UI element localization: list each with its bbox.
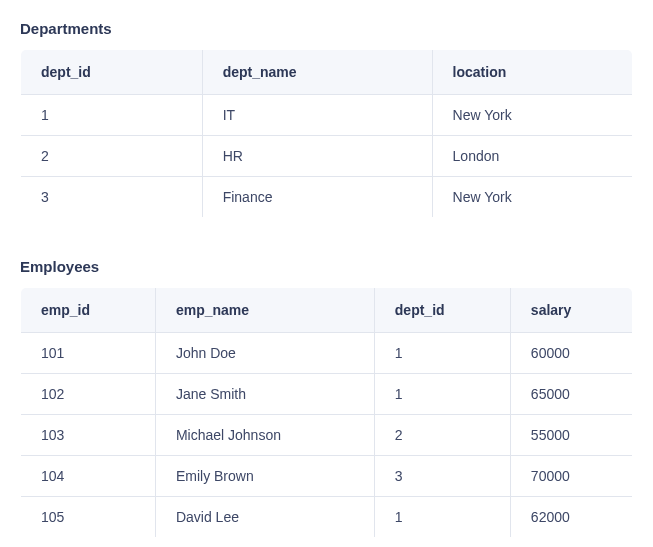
cell-dept-id: 1: [374, 333, 510, 374]
cell-dept-id: 3: [21, 177, 203, 218]
table-row: 3 Finance New York: [21, 177, 633, 218]
cell-dept-id: 2: [21, 136, 203, 177]
cell-emp-id: 104: [21, 456, 156, 497]
cell-dept-name: Finance: [202, 177, 432, 218]
column-header: dept_id: [21, 50, 203, 95]
cell-emp-id: 102: [21, 374, 156, 415]
table-header-row: dept_id dept_name location: [21, 50, 633, 95]
column-header: salary: [510, 288, 632, 333]
table-row: 2 HR London: [21, 136, 633, 177]
cell-dept-id: 1: [374, 497, 510, 538]
cell-salary: 55000: [510, 415, 632, 456]
column-header: dept_name: [202, 50, 432, 95]
cell-dept-id: 2: [374, 415, 510, 456]
table-row: 103 Michael Johnson 2 55000: [21, 415, 633, 456]
employees-section: Employees emp_id emp_name dept_id salary…: [20, 258, 633, 538]
table-row: 1 IT New York: [21, 95, 633, 136]
cell-salary: 65000: [510, 374, 632, 415]
table-row: 105 David Lee 1 62000: [21, 497, 633, 538]
column-header: dept_id: [374, 288, 510, 333]
departments-title: Departments: [20, 20, 633, 37]
cell-emp-name: David Lee: [155, 497, 374, 538]
employees-table: emp_id emp_name dept_id salary 101 John …: [20, 287, 633, 538]
departments-table: dept_id dept_name location 1 IT New York…: [20, 49, 633, 218]
column-header: emp_name: [155, 288, 374, 333]
cell-emp-name: Michael Johnson: [155, 415, 374, 456]
departments-section: Departments dept_id dept_name location 1…: [20, 20, 633, 218]
cell-salary: 62000: [510, 497, 632, 538]
cell-emp-id: 103: [21, 415, 156, 456]
cell-emp-id: 105: [21, 497, 156, 538]
cell-dept-name: IT: [202, 95, 432, 136]
cell-dept-name: HR: [202, 136, 432, 177]
cell-emp-name: Emily Brown: [155, 456, 374, 497]
cell-salary: 70000: [510, 456, 632, 497]
cell-emp-id: 101: [21, 333, 156, 374]
cell-location: New York: [432, 95, 632, 136]
cell-emp-name: John Doe: [155, 333, 374, 374]
cell-location: London: [432, 136, 632, 177]
employees-title: Employees: [20, 258, 633, 275]
cell-dept-id: 3: [374, 456, 510, 497]
column-header: location: [432, 50, 632, 95]
cell-dept-id: 1: [374, 374, 510, 415]
table-header-row: emp_id emp_name dept_id salary: [21, 288, 633, 333]
table-row: 104 Emily Brown 3 70000: [21, 456, 633, 497]
cell-location: New York: [432, 177, 632, 218]
cell-dept-id: 1: [21, 95, 203, 136]
cell-emp-name: Jane Smith: [155, 374, 374, 415]
table-row: 102 Jane Smith 1 65000: [21, 374, 633, 415]
column-header: emp_id: [21, 288, 156, 333]
table-row: 101 John Doe 1 60000: [21, 333, 633, 374]
cell-salary: 60000: [510, 333, 632, 374]
